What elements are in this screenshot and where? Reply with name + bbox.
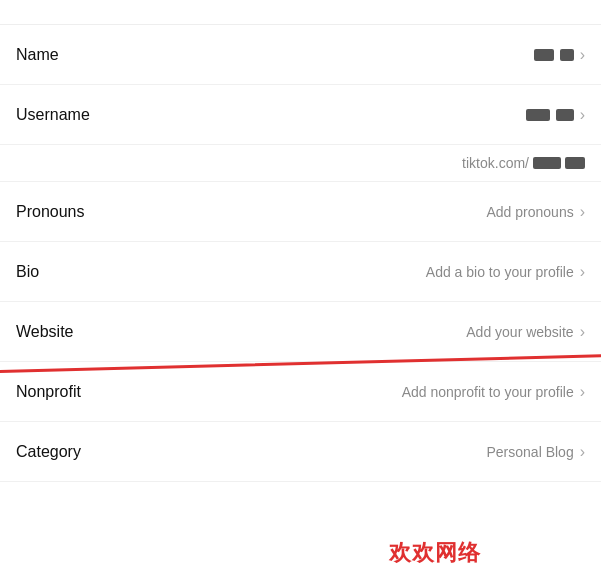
settings-item-pronouns[interactable]: PronounsAdd pronouns›: [0, 182, 601, 242]
website-action-text: Add your website: [466, 324, 573, 340]
tiktok-url-value: tiktok.com/: [462, 155, 585, 171]
category-chevron-icon: ›: [580, 443, 585, 461]
nonprofit-value: Add nonprofit to your profile›: [402, 383, 585, 401]
settings-list: Name›Username›tiktok.com/PronounsAdd pro…: [0, 25, 601, 482]
settings-item-bio[interactable]: BioAdd a bio to your profile›: [0, 242, 601, 302]
name-chevron-icon: ›: [580, 46, 585, 64]
name-value: ›: [534, 46, 585, 64]
watermark-text: 欢欢网络: [389, 538, 481, 568]
username-value: ›: [526, 106, 585, 124]
name-label: Name: [16, 46, 59, 64]
settings-item-nonprofit[interactable]: NonprofitAdd nonprofit to your profile›: [0, 362, 601, 422]
settings-item-website[interactable]: WebsiteAdd your website›: [0, 302, 601, 362]
bio-value: Add a bio to your profile›: [426, 263, 585, 281]
redacted-text: [533, 157, 561, 169]
redacted-text: [534, 49, 554, 61]
nonprofit-chevron-icon: ›: [580, 383, 585, 401]
settings-item-category[interactable]: CategoryPersonal Blog›: [0, 422, 601, 482]
redacted-text: [560, 49, 574, 61]
settings-item-name[interactable]: Name›: [0, 25, 601, 85]
pronouns-value: Add pronouns›: [486, 203, 585, 221]
nonprofit-action-text: Add nonprofit to your profile: [402, 384, 574, 400]
website-label: Website: [16, 323, 74, 341]
website-value: Add your website›: [466, 323, 585, 341]
redacted-text: [565, 157, 585, 169]
pronouns-label: Pronouns: [16, 203, 85, 221]
top-bar: [0, 0, 601, 25]
bio-action-text: Add a bio to your profile: [426, 264, 574, 280]
nonprofit-label: Nonprofit: [16, 383, 81, 401]
pronouns-action-text: Add pronouns: [486, 204, 573, 220]
category-value: Personal Blog›: [487, 443, 586, 461]
redacted-text: [556, 109, 574, 121]
username-label: Username: [16, 106, 90, 124]
bio-chevron-icon: ›: [580, 263, 585, 281]
category-label: Category: [16, 443, 81, 461]
bio-label: Bio: [16, 263, 39, 281]
pronouns-chevron-icon: ›: [580, 203, 585, 221]
username-chevron-icon: ›: [580, 106, 585, 124]
category-action-text: Personal Blog: [487, 444, 574, 460]
website-chevron-icon: ›: [580, 323, 585, 341]
tiktok-url-prefix: tiktok.com/: [462, 155, 529, 171]
settings-item-username[interactable]: Username›: [0, 85, 601, 145]
tiktok-url-row: tiktok.com/: [0, 145, 601, 182]
redacted-text: [526, 109, 550, 121]
